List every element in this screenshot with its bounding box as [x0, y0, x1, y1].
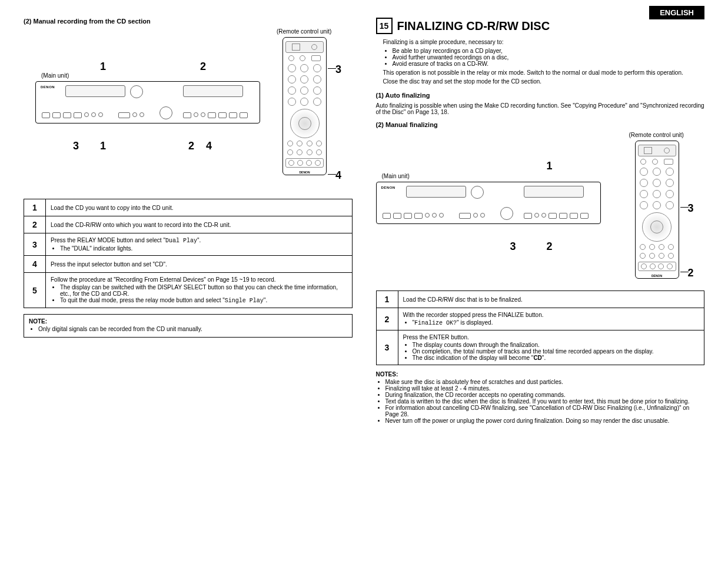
step-num: 2	[24, 216, 46, 233]
buttons-left	[42, 112, 103, 118]
main-label: (Main unit)	[382, 173, 410, 179]
step-text: Press the ENTER button. The display coun…	[398, 330, 704, 365]
manual-title: (2) Manual finalizing	[376, 121, 705, 128]
intro-para: Close the disc tray and set the stop mod…	[383, 78, 705, 85]
notes-title: NOTES:	[376, 371, 398, 378]
intro-bullet: Avoid erasure of tracks on a CD-RW.	[393, 61, 705, 67]
intro-bullet: Be able to play recordings on a CD playe…	[393, 48, 705, 54]
display-left	[65, 85, 125, 97]
buttons-mid	[459, 213, 485, 219]
callout-1: 1	[547, 160, 553, 172]
left-note: NOTE: Only digital signals can be record…	[24, 314, 353, 338]
leader-line	[328, 174, 336, 175]
intro-bullet: Avoid further unwanted recordings on a d…	[393, 54, 705, 61]
notes-item: Make sure the disc is absolutely free of…	[385, 379, 705, 385]
step-text: Load the CD-R/RW onto which you want to …	[46, 216, 353, 233]
buttons-right	[524, 213, 589, 219]
table-row: 2 With the recorder stopped press the FI…	[376, 308, 704, 330]
table-row: 5 Follow the procedure at "Recording Fro…	[24, 273, 353, 308]
section-number: 15	[376, 18, 393, 34]
callout-3-remote: 3	[335, 64, 341, 76]
left-subtitle: (2) Manual recording from the CD section	[24, 18, 353, 25]
step-text: Load the CD you want to copy into the CD…	[46, 199, 353, 216]
section-title: FINALIZING CD-R/RW DISC	[397, 19, 550, 33]
auto-title: (1) Auto finalizing	[376, 92, 705, 99]
left-steps-table: 1 Load the CD you want to copy into the …	[24, 199, 353, 308]
right-notes: NOTES: Make sure the disc is absolutely …	[376, 371, 705, 424]
left-column: (2) Manual recording from the CD section…	[24, 18, 353, 425]
remote-top-icon	[285, 41, 324, 53]
jog-dial	[159, 106, 172, 119]
dial-left	[471, 186, 484, 199]
table-row: 3 Press the ENTER button. The display co…	[376, 330, 704, 365]
language-tab: ENGLISH	[649, 6, 704, 19]
right-diagram: (Remote control unit) (Main unit) 1 DENO…	[376, 132, 705, 285]
remote-row	[638, 190, 676, 198]
buttons-right	[183, 112, 248, 118]
step-num: 3	[376, 330, 398, 365]
table-row: 4 Press the input selector button and se…	[24, 256, 353, 273]
step-num: 3	[24, 233, 46, 256]
remote-brand: DENON	[285, 171, 324, 174]
step-num: 1	[376, 291, 398, 308]
page-content: (2) Manual recording from the CD section…	[24, 18, 704, 425]
callout-3-bottom: 3	[73, 140, 79, 152]
callout-3: 3	[510, 241, 516, 253]
remote-row	[638, 159, 676, 165]
notes-item: For information about cancelling CD-RW f…	[385, 405, 705, 418]
remote-label: (Remote control unit)	[629, 132, 684, 138]
callout-1-top: 1	[100, 61, 106, 73]
remote-row	[285, 158, 324, 168]
remote-label: (Remote control unit)	[277, 28, 331, 35]
notes-item: Finalizing will take at least 2 - 4 minu…	[385, 385, 705, 392]
step-text: With the recorder stopped press the FINA…	[398, 308, 704, 330]
main-unit-illustration: DENON	[35, 81, 260, 123]
remote-illustration: DENON	[282, 37, 327, 175]
intro-para: This operation is not possible in the re…	[383, 69, 705, 76]
notes-item: During finalization, the CD recorder acc…	[385, 392, 705, 398]
table-row: 1 Load the CD you want to copy into the …	[24, 199, 353, 216]
left-diagram: (Remote control unit) (Main unit) 1 2 3 …	[24, 28, 353, 193]
remote-top-icon	[638, 145, 676, 156]
remote-row	[638, 201, 676, 209]
callout-2-top: 2	[200, 61, 206, 73]
callout-2-remote: 2	[688, 267, 694, 279]
remote-brand: DENON	[638, 274, 676, 278]
auto-text: Auto finalizing is possible when using t…	[376, 102, 705, 115]
remote-row	[638, 244, 676, 250]
remote-jog-icon	[642, 212, 672, 242]
remote-jog-icon	[290, 109, 320, 138]
remote-row	[285, 149, 324, 155]
notes-item: Text data is written to the disc when th…	[385, 398, 705, 405]
dial-left	[130, 85, 143, 98]
step-num: 5	[24, 273, 46, 308]
brand-logo: DENON	[381, 186, 395, 189]
jog-dial	[500, 207, 513, 220]
table-row: 2 Load the CD-R/RW onto which you want t…	[24, 216, 353, 233]
leader-line	[328, 68, 336, 69]
callout-2-bottom: 2	[188, 140, 194, 152]
remote-row	[638, 168, 676, 176]
step-text: Load the CD-R/RW disc that is to be fina…	[398, 291, 704, 308]
remote-row	[285, 141, 324, 146]
callout-4-remote: 4	[335, 169, 341, 182]
note-title: NOTE:	[29, 318, 47, 325]
buttons-mid	[118, 112, 144, 118]
callout-1-bottom: 1	[100, 140, 106, 152]
display-right	[524, 186, 584, 198]
buttons-left	[383, 213, 444, 219]
callout-4-bottom: 4	[206, 140, 212, 152]
intro-block: Finalizing is a simple procedure, necess…	[383, 39, 705, 85]
table-row: 1 Load the CD-R/RW disc that is to be fi…	[376, 291, 704, 308]
callout-3-remote: 3	[688, 202, 694, 215]
right-steps-table: 1 Load the CD-R/RW disc that is to be fi…	[376, 290, 705, 365]
display-right	[183, 85, 243, 97]
remote-row	[638, 179, 676, 187]
brand-logo: DENON	[41, 85, 55, 89]
remote-row	[285, 98, 324, 106]
display-left	[406, 186, 466, 198]
remote-row	[638, 253, 676, 259]
table-row: 3 Press the RELAY MODE button and select…	[24, 233, 353, 256]
right-column: 15 FINALIZING CD-R/RW DISC Finalizing is…	[376, 18, 705, 425]
step-num: 4	[24, 256, 46, 273]
